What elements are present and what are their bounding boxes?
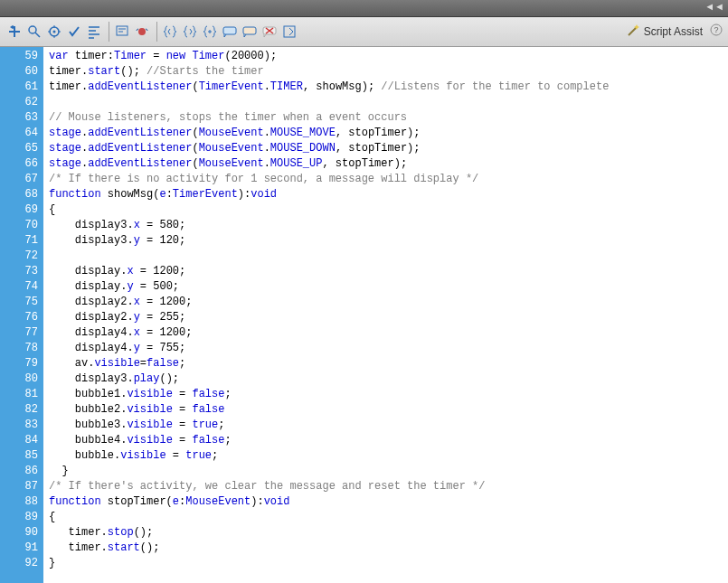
line-number: 83	[0, 418, 38, 433]
line-number: 85	[0, 448, 38, 464]
code-line[interactable]: display4.x = 1200;	[49, 325, 728, 341]
code-line[interactable]: }	[49, 464, 728, 479]
apply-line-comment-icon[interactable]	[241, 23, 259, 41]
code-line[interactable]: var timer:Timer = new Timer(20000);	[49, 49, 728, 64]
line-number: 72	[0, 249, 38, 264]
line-number-gutter: 5960616263646566676869707172737475767778…	[0, 47, 43, 583]
find-icon[interactable]	[25, 23, 43, 41]
code-line[interactable]: bubble.visible = true;	[49, 448, 728, 464]
line-number: 90	[0, 525, 38, 541]
code-line[interactable]: /* If there's activity, we clear the mes…	[49, 479, 728, 494]
code-content[interactable]: var timer:Timer = new Timer(20000);timer…	[43, 47, 728, 583]
code-line[interactable]: bubble3.visible = true;	[49, 418, 728, 433]
line-number: 81	[0, 387, 38, 402]
code-line[interactable]: bubble4.visible = false;	[49, 433, 728, 448]
code-line[interactable]: display2.x = 1200;	[49, 295, 728, 310]
add-script-icon[interactable]	[5, 23, 24, 41]
script-assist-button[interactable]: Script Assist	[626, 24, 703, 41]
line-number: 74	[0, 279, 38, 295]
code-editor[interactable]: 5960616263646566676869707172737475767778…	[0, 47, 728, 583]
svg-point-2	[53, 31, 56, 33]
code-line[interactable]: stage.addEventListener(MouseEvent.MOUSE_…	[49, 156, 728, 172]
code-line[interactable]: display3.play();	[49, 371, 728, 387]
line-number: 88	[0, 494, 38, 510]
line-number: 70	[0, 218, 38, 233]
apply-block-comment-icon[interactable]	[221, 23, 239, 41]
check-syntax-icon[interactable]	[65, 23, 83, 41]
code-line[interactable]: stage.addEventListener(MouseEvent.MOUSE_…	[49, 141, 728, 156]
code-line[interactable]: timer.addEventListener(TimerEvent.TIMER,…	[49, 80, 728, 95]
line-number: 62	[0, 95, 38, 110]
line-number: 87	[0, 479, 38, 494]
auto-format-icon[interactable]	[85, 23, 103, 41]
script-assist-label: Script Assist	[644, 25, 703, 38]
line-number: 66	[0, 156, 38, 172]
code-line[interactable]: }	[49, 556, 728, 571]
collapse-between-braces-icon[interactable]	[161, 23, 179, 41]
code-line[interactable]: av.visible=false;	[49, 356, 728, 371]
line-number: 73	[0, 264, 38, 279]
line-number: 77	[0, 325, 38, 341]
line-number: 76	[0, 310, 38, 325]
actions-toolbar: Script Assist ?	[0, 17, 728, 47]
code-line[interactable]: {	[49, 510, 728, 525]
code-line[interactable]: display.x = 1200;	[49, 264, 728, 279]
line-number: 82	[0, 402, 38, 418]
help-icon[interactable]: ?	[710, 24, 723, 40]
svg-rect-6	[243, 27, 256, 34]
wand-icon	[626, 24, 640, 41]
line-number: 92	[0, 556, 38, 571]
line-number: 80	[0, 371, 38, 387]
line-number: 78	[0, 341, 38, 356]
svg-point-4	[138, 28, 146, 35]
svg-rect-5	[223, 27, 236, 34]
panel-titlebar: ◄◄	[0, 0, 728, 17]
code-line[interactable]: {	[49, 202, 728, 218]
line-number: 65	[0, 141, 38, 156]
code-line[interactable]: display.y = 500;	[49, 279, 728, 295]
code-line[interactable]: display3.x = 580;	[49, 218, 728, 233]
code-line[interactable]: timer.start();	[49, 541, 728, 556]
line-number: 59	[0, 49, 38, 64]
line-number: 71	[0, 233, 38, 249]
toolbar-separator	[109, 22, 109, 42]
collapse-panel-icon[interactable]: ◄◄	[704, 1, 724, 12]
code-line[interactable]: display2.y = 255;	[49, 310, 728, 325]
collapse-selection-icon[interactable]	[181, 23, 199, 41]
line-number: 69	[0, 202, 38, 218]
line-number: 91	[0, 541, 38, 556]
code-line[interactable]	[49, 95, 728, 110]
code-line[interactable]: bubble1.visible = false;	[49, 387, 728, 402]
svg-point-0	[29, 26, 36, 33]
line-number: 75	[0, 295, 38, 310]
code-line[interactable]: // Mouse listeners, stops the timer when…	[49, 110, 728, 126]
code-line[interactable]: timer.stop();	[49, 525, 728, 541]
code-line[interactable]: /* If there is no activity for 1 second,…	[49, 172, 728, 187]
code-line[interactable]: stage.addEventListener(MouseEvent.MOUSE_…	[49, 126, 728, 141]
code-line[interactable]: bubble2.visible = false	[49, 402, 728, 418]
expand-all-icon[interactable]	[201, 23, 219, 41]
line-number: 60	[0, 64, 38, 80]
line-number: 89	[0, 510, 38, 525]
remove-comment-icon[interactable]	[260, 23, 279, 41]
code-line[interactable]	[49, 249, 728, 264]
insert-target-icon[interactable]	[45, 23, 63, 41]
debug-options-icon[interactable]	[133, 23, 151, 41]
code-line[interactable]: timer.start(); //Starts the timer	[49, 64, 728, 80]
svg-text:?: ?	[714, 25, 718, 34]
line-number: 68	[0, 187, 38, 202]
line-number: 84	[0, 433, 38, 448]
line-number: 64	[0, 126, 38, 141]
line-number: 63	[0, 110, 38, 126]
show-code-hint-icon[interactable]	[113, 23, 131, 41]
code-line[interactable]: function stopTimer(e:MouseEvent):void	[49, 494, 728, 510]
code-line[interactable]: function showMsg(e:TimerEvent):void	[49, 187, 728, 202]
svg-rect-3	[117, 26, 128, 35]
code-line[interactable]: display3.y = 120;	[49, 233, 728, 249]
show-hide-toolbox-icon[interactable]	[280, 23, 298, 41]
line-number: 67	[0, 172, 38, 187]
line-number: 86	[0, 464, 38, 479]
toolbar-separator	[156, 22, 157, 42]
line-number: 61	[0, 80, 38, 95]
code-line[interactable]: display4.y = 755;	[49, 341, 728, 356]
